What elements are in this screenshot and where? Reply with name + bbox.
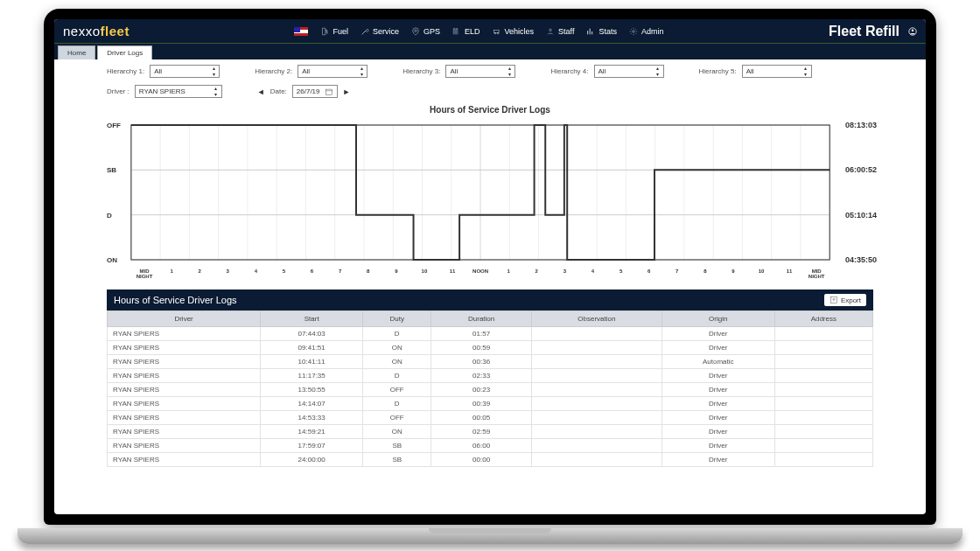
h4-select[interactable]: All▴▾ <box>594 65 664 78</box>
driver-select[interactable]: RYAN SPIERS▴▾ <box>135 85 222 98</box>
table-col-header[interactable]: Driver <box>108 311 261 327</box>
chart-total: 04:35:50 <box>845 255 877 264</box>
chart-ylabel: SB <box>107 166 116 174</box>
table-col-header[interactable]: Address <box>774 311 872 327</box>
date-prev-icon[interactable]: ◄ <box>257 87 265 96</box>
h2-select[interactable]: All▴▾ <box>298 65 368 78</box>
hos-chart: OFFSBDON 08:13:0306:00:5205:10:1404:35:5… <box>107 118 873 267</box>
date-picker[interactable]: 26/7/19 <box>292 85 338 98</box>
table-title: Hours of Service Driver Logs <box>114 295 237 305</box>
h5-select[interactable]: All▴▾ <box>742 65 812 78</box>
top-navbar: nexxofleet FuelServiceGPSELDVehiclesStaf… <box>54 19 926 44</box>
table-row[interactable]: RYAN SPIERS17:59:07SB06:00Driver <box>108 439 873 453</box>
chart-section: Hours of Service Driver Logs OFFSBDON 08… <box>54 105 926 284</box>
svg-point-7 <box>912 29 914 31</box>
brand-logo: nexxofleet <box>63 24 130 38</box>
tab-home[interactable]: Home <box>58 45 95 59</box>
eld-icon <box>452 27 461 36</box>
corner-brand: Fleet Refill <box>829 24 900 39</box>
stats-icon <box>586 27 595 36</box>
h1-select[interactable]: All▴▾ <box>150 65 220 78</box>
h1-label: Hierarchy 1: <box>107 67 144 75</box>
gps-icon <box>411 27 420 36</box>
nav-service[interactable]: Service <box>360 27 399 36</box>
nav-gps[interactable]: GPS <box>411 27 440 36</box>
table-row[interactable]: RYAN SPIERS09:41:51ON00:59Driver <box>108 341 873 355</box>
h3-label: Hierarchy 3: <box>402 67 440 75</box>
service-icon <box>360 27 369 36</box>
chart-total: 05:10:14 <box>845 211 877 220</box>
h2-label: Hierarchy 2: <box>255 67 292 75</box>
export-icon <box>830 296 838 304</box>
h5-label: Hierarchy 5: <box>699 67 737 75</box>
admin-icon <box>629 27 638 36</box>
table-col-header[interactable]: Origin <box>662 311 774 327</box>
chart-total: 06:00:52 <box>845 165 877 174</box>
brand-prefix: nexxo <box>63 24 101 38</box>
chart-x-axis: MID NIGHT1234567891011NOON1234567891011M… <box>107 269 873 279</box>
chart-ylabel: OFF <box>107 121 121 129</box>
tab-driver-logs[interactable]: Driver Logs <box>97 45 152 59</box>
app-screen: nexxofleet FuelServiceGPSELDVehiclesStaf… <box>54 19 926 514</box>
chart-total: 08:13:03 <box>845 121 877 129</box>
nav-right: Fleet Refill <box>829 24 917 39</box>
chart-ylabel: ON <box>107 256 117 264</box>
svg-rect-8 <box>326 89 332 95</box>
log-table-section: Hours of Service Driver Logs Export Driv… <box>54 284 926 476</box>
laptop-base <box>18 528 962 544</box>
tab-strip: Home Driver Logs <box>54 44 926 59</box>
log-table: DriverStartDutyDurationObservationOrigin… <box>107 310 873 467</box>
date-next-icon[interactable]: ► <box>343 87 351 96</box>
laptop-frame: nexxofleet FuelServiceGPSELDVehiclesStaf… <box>44 9 936 525</box>
svg-point-0 <box>415 29 417 31</box>
chart-title: Hours of Service Driver Logs <box>107 105 873 115</box>
nav-eld[interactable]: ELD <box>452 27 480 36</box>
nav-stats[interactable]: Stats <box>586 27 617 36</box>
table-col-header[interactable]: Observation <box>531 311 662 327</box>
svg-point-4 <box>550 29 552 31</box>
table-header-bar: Hours of Service Driver Logs Export <box>107 289 873 310</box>
nav-staff[interactable]: Staff <box>546 27 574 36</box>
fuel-icon <box>320 27 329 36</box>
table-row[interactable]: RYAN SPIERS10:41:11ON00:36Automatic <box>108 355 873 369</box>
driver-label: Driver : <box>107 87 130 95</box>
nav-menu: FuelServiceGPSELDVehiclesStaffStatsAdmin <box>294 27 663 36</box>
nav-admin[interactable]: Admin <box>629 27 664 36</box>
h4-label: Hierarchy 4: <box>550 67 588 75</box>
flag-icon[interactable] <box>294 27 308 36</box>
export-button[interactable]: Export <box>824 294 866 306</box>
brand-suffix: fleet <box>101 24 130 38</box>
filter-bar: Hierarchy 1:All▴▾ Hierarchy 2:All▴▾ Hier… <box>54 59 926 103</box>
table-row[interactable]: RYAN SPIERS24:00:00SB00:00Driver <box>108 453 873 467</box>
table-row[interactable]: RYAN SPIERS07:44:03D01:57Driver <box>108 327 873 341</box>
table-col-header[interactable]: Duration <box>431 311 532 327</box>
table-col-header[interactable]: Duty <box>363 311 431 327</box>
h3-select[interactable]: All▴▾ <box>445 65 515 78</box>
svg-point-5 <box>633 30 635 32</box>
table-row[interactable]: RYAN SPIERS14:53:33OFF00:05Driver <box>108 411 873 425</box>
table-row[interactable]: RYAN SPIERS13:50:55OFF00:23Driver <box>108 383 873 397</box>
nav-fuel[interactable]: Fuel <box>320 27 348 36</box>
user-circle-icon[interactable] <box>908 27 917 36</box>
chart-svg <box>107 118 873 267</box>
vehicles-icon <box>493 27 501 36</box>
table-col-header[interactable]: Start <box>261 311 363 327</box>
table-row[interactable]: RYAN SPIERS14:59:21ON02:59Driver <box>108 425 873 439</box>
chart-ylabel: D <box>107 211 112 219</box>
date-label: Date: <box>270 87 287 95</box>
table-row[interactable]: RYAN SPIERS11:17:35D02:33Driver <box>108 369 873 383</box>
table-row[interactable]: RYAN SPIERS14:14:07D00:39Driver <box>108 397 873 411</box>
calendar-icon <box>325 87 333 96</box>
staff-icon <box>546 27 555 36</box>
nav-vehicles[interactable]: Vehicles <box>493 27 535 36</box>
